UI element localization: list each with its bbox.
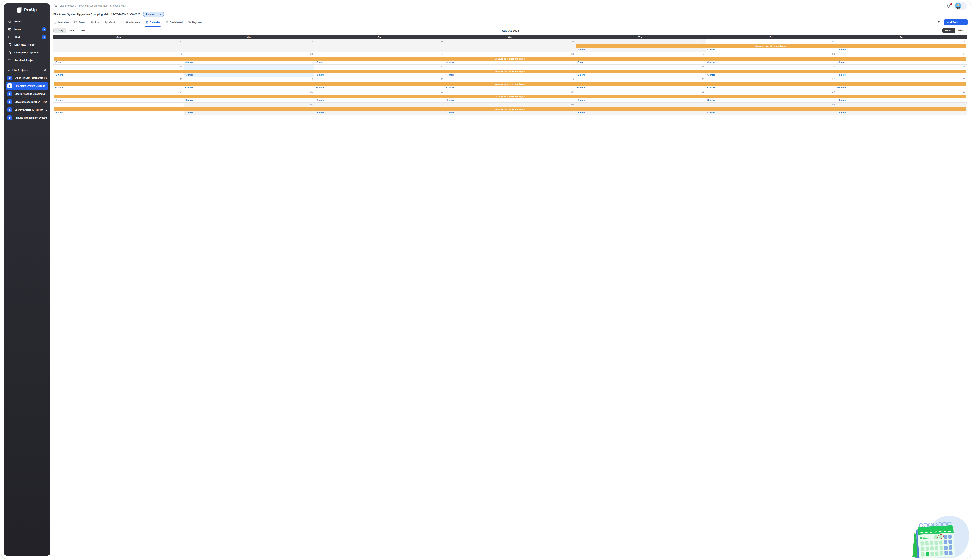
calendar-event-bar[interactable]: Measure duct sizes and layout — [54, 95, 305, 98]
tab-calendar[interactable]: Calendar — [145, 18, 160, 27]
sidebar-item-label: Chat — [14, 36, 20, 38]
sidebar-item-chat[interactable]: Chat0 — [6, 33, 48, 41]
calendar-week-2: 03+3 more04+3 more05+3 more06+3 more07+3… — [54, 52, 305, 65]
gantt-icon — [105, 21, 108, 24]
sidebar-item-label: Home — [14, 20, 22, 23]
sidebar: ProUp Home Inbox0 Chat0 Draft New Projec… — [4, 3, 50, 147]
project-label: Parking Management System In... — [15, 117, 47, 119]
section-label: Live Projects — [12, 69, 42, 72]
tabs: Overview Board List Gantt Attachments Ca… — [54, 18, 207, 27]
tab-payment[interactable]: Payment — [188, 18, 202, 27]
sidebar-project-fire-alarm-system[interactable]: F Fire Alarm System Upgrade – Sh... — [6, 82, 48, 90]
day-number: 27 — [180, 40, 182, 43]
sidebar-project-exterior-facade-cl[interactable]: E Exterior Facade Cleaning & Repa... — [6, 90, 48, 98]
tab-gantt[interactable]: Gantt — [105, 18, 115, 27]
draft-icon — [8, 43, 12, 47]
day-number: 31 — [180, 103, 182, 106]
more-events-link[interactable]: +3 more — [185, 73, 193, 76]
calendar-week-6: 31+3 more01+3 more02+3 more03+3 more04+3… — [54, 103, 305, 115]
sidebar-item-archived-project[interactable]: Archived Project — [6, 57, 48, 64]
more-events-link[interactable]: +3 more — [185, 112, 193, 114]
calendar-controls: Today Back Next August 2025 MonthWeek — [50, 27, 305, 35]
day-header-mon: Mon — [184, 35, 305, 39]
breadcrumb-current: Fire Alarm System Upgrade – Shopping Mal… — [77, 5, 125, 7]
sidebar-item-home[interactable]: Home — [6, 18, 48, 25]
chevron-up-icon — [8, 69, 10, 72]
count-badge: 0 — [42, 35, 46, 39]
calendar-event-bar[interactable]: Measure duct sizes and layout — [54, 107, 305, 111]
calendar-day-headers: SunMonTueWedThuFriSat — [54, 35, 305, 39]
archive-icon — [8, 58, 12, 62]
sidebar-menu: Home Inbox0 Chat0 Draft New Project Chan… — [4, 16, 50, 65]
calendar-event-bar[interactable]: Measure duct sizes and layout — [54, 70, 305, 73]
calendar-week-3: 10+3 more11+3 more12+3 more13+3 more14+3… — [54, 65, 305, 77]
breadcrumb: Live Projects / Fire Alarm System Upgrad… — [60, 5, 125, 7]
sidebar-item-inbox[interactable]: Inbox0 — [6, 25, 48, 33]
calendar-day-cell[interactable]: 28 — [184, 39, 305, 52]
project-date-range: 27-07-2025 - 31-08-2025 — [111, 13, 141, 16]
sidebar-collapse-icon[interactable] — [54, 3, 57, 8]
project-avatar: F — [7, 83, 12, 88]
tab-label: Gantt — [109, 21, 115, 24]
calendar-body: 2728293031+4 more01+3 more02+3 moreMeasu… — [54, 39, 305, 115]
logo-text: ProUp — [24, 7, 37, 12]
breadcrumb-live-projects[interactable]: Live Projects — [60, 5, 74, 7]
next-button[interactable]: Next — [77, 28, 88, 33]
tab-label: Payment — [192, 21, 202, 24]
project-avatar: E — [7, 92, 12, 96]
sidebar-item-label: Change Management — [14, 51, 40, 54]
more-events-link[interactable]: +3 more — [185, 61, 193, 63]
project-label: Fire Alarm System Upgrade – Sh... — [15, 85, 47, 87]
status-dropdown[interactable]: Planned — [143, 12, 164, 17]
calendar-event-bar[interactable]: Measure duct sizes and layout — [54, 57, 305, 61]
sidebar-project-energy-efficiency[interactable]: E Energy Efficiency Retrofit – Offic... — [6, 106, 48, 114]
mail-icon — [8, 28, 12, 31]
sidebar-item-draft-new-project[interactable]: Draft New Project — [6, 41, 48, 49]
tab-label: Overview — [58, 21, 69, 24]
sidebar-item-label: Inbox — [14, 28, 21, 31]
attach-icon — [121, 21, 124, 24]
tab-dashboard[interactable]: Dashboard — [166, 18, 182, 27]
sidebar-section-live-projects[interactable]: Live Projects — [4, 67, 50, 73]
tab-label: List — [95, 21, 100, 24]
project-avatar: O — [7, 75, 12, 80]
chat-icon — [8, 35, 12, 39]
dashboard-icon — [166, 21, 169, 24]
project-avatar: E — [7, 99, 12, 104]
list-icon — [91, 21, 94, 24]
tab-attachments[interactable]: Attachments — [121, 18, 140, 27]
calendar-grid: SunMonTueWedThuFriSat 2728293031+4 more0… — [54, 35, 305, 115]
today-button[interactable]: Today — [54, 28, 66, 33]
search-icon[interactable] — [44, 69, 47, 72]
more-events-link[interactable]: +3 more — [185, 99, 193, 101]
sidebar-item-change-management[interactable]: Change Management — [6, 49, 48, 57]
more-events-link[interactable]: +3 more — [55, 61, 63, 63]
more-events-link[interactable]: +3 more — [185, 86, 193, 88]
more-events-link[interactable]: +3 more — [55, 86, 63, 88]
project-header: Fire Alarm System Upgrade – Shopping Mal… — [50, 10, 305, 18]
sidebar-project-elevator-moderniza[interactable]: E Elevator Modernization – Reside... — [6, 98, 48, 106]
back-button[interactable]: Back — [66, 28, 77, 33]
calendar-day-cell[interactable]: 27 — [54, 39, 184, 52]
logo-icon — [17, 7, 22, 13]
tab-overview[interactable]: Overview — [54, 18, 69, 27]
home-icon — [8, 20, 12, 23]
more-events-link[interactable]: +3 more — [55, 73, 63, 76]
sidebar-item-label: Archived Project — [14, 59, 34, 62]
sidebar-project-office-fit-out-c[interactable]: O Office Fit-Out – Corporate Head... — [6, 74, 48, 82]
board-icon — [74, 21, 77, 24]
project-label: Elevator Modernization – Reside... — [15, 101, 47, 103]
calendar-week-4: 17+3 more18+3 more19+3 more20+3 more21+3… — [54, 77, 305, 90]
calendar-event-bar[interactable]: Measure duct sizes and layout — [54, 82, 305, 86]
calendar-nav-group: Today Back Next — [54, 28, 88, 33]
sidebar-project-parking-management[interactable]: P Parking Management System In... — [6, 114, 48, 122]
sidebar-item-label: Draft New Project — [14, 43, 35, 46]
project-label: Office Fit-Out – Corporate Head... — [15, 77, 47, 79]
status-label: Planned — [144, 13, 158, 16]
more-events-link[interactable]: +3 more — [55, 112, 63, 114]
tab-list[interactable]: List — [91, 18, 100, 27]
more-events-link[interactable]: +3 more — [55, 99, 63, 101]
payment-icon — [188, 21, 191, 24]
tab-board[interactable]: Board — [74, 18, 85, 27]
calendar-icon — [145, 21, 148, 24]
